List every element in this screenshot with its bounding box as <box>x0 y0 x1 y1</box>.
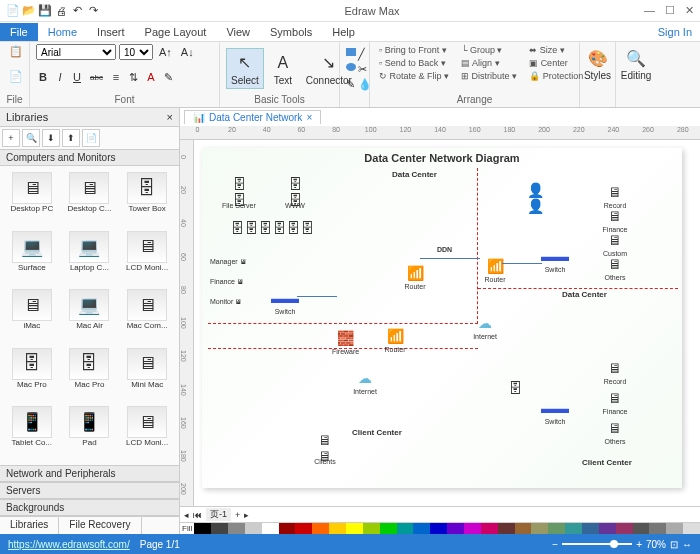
color-swatch[interactable] <box>683 523 700 534</box>
zoom-in-icon[interactable]: + <box>636 539 642 550</box>
qat-save-icon[interactable]: 💾 <box>38 4 52 18</box>
category-backgrounds[interactable]: Backgrounds <box>0 499 179 516</box>
color-swatch[interactable] <box>430 523 447 534</box>
grow-font-icon[interactable]: A↑ <box>156 45 175 59</box>
font-color-icon[interactable]: A <box>144 70 158 84</box>
color-swatch[interactable] <box>649 523 666 534</box>
color-swatch[interactable] <box>211 523 228 534</box>
lib-search-icon[interactable]: 🔍 <box>22 129 40 147</box>
tab-symbols[interactable]: Symbols <box>260 23 322 41</box>
diagram-page[interactable]: Data Center Network Diagram Data Center … <box>202 148 682 488</box>
shape-item[interactable]: 💻Laptop C... <box>62 229 118 286</box>
center-button[interactable]: ▣ Center <box>526 57 586 69</box>
node-rack2[interactable]: 🖥Record <box>602 182 628 209</box>
node-router3[interactable]: 📶Router <box>482 256 508 283</box>
color-swatch[interactable] <box>616 523 633 534</box>
node-fireware[interactable]: 🧱Fireware <box>332 328 359 355</box>
shape-item[interactable]: 📱Tablet Co... <box>4 404 60 461</box>
color-swatch[interactable] <box>666 523 683 534</box>
page-first-icon[interactable]: ⏮ <box>193 510 202 520</box>
canvas[interactable]: Data Center Network Diagram Data Center … <box>194 140 700 506</box>
node-fileserver[interactable]: 🗄🗄File Server <box>222 182 256 209</box>
color-swatch[interactable] <box>531 523 548 534</box>
shape-item[interactable]: 🖥Mac Com... <box>119 287 175 344</box>
node-clients1[interactable]: 🖥🖥Clients <box>312 438 338 465</box>
color-swatch[interactable] <box>329 523 346 534</box>
styles-button[interactable]: 🎨Styles <box>586 44 609 83</box>
color-swatch[interactable] <box>245 523 262 534</box>
shape-item[interactable]: 🖥iMac <box>4 287 60 344</box>
tab-help[interactable]: Help <box>322 23 365 41</box>
paste-icon[interactable]: 📋 <box>6 44 23 59</box>
lib-add-icon[interactable]: + <box>2 129 20 147</box>
bring-front-button[interactable]: ▫ Bring to Front ▾ <box>376 44 452 56</box>
shape-ellipse-icon[interactable] <box>346 63 356 71</box>
distribute-button[interactable]: ⊞ Distribute ▾ <box>458 70 520 82</box>
line-spacing-icon[interactable]: ⇅ <box>126 70 141 85</box>
doc-tab-close-icon[interactable]: × <box>306 112 312 123</box>
node-monitor[interactable]: Monitor 🖥 <box>210 298 242 305</box>
color-swatch[interactable] <box>548 523 565 534</box>
page-prev-icon[interactable]: ◂ <box>184 510 189 520</box>
italic-button[interactable]: I <box>53 70 67 84</box>
highlight-icon[interactable]: ✎ <box>161 70 176 85</box>
node-switch2[interactable]: ▬▬Switch <box>542 246 568 273</box>
bullets-icon[interactable]: ≡ <box>109 70 123 84</box>
strike-button[interactable]: abc <box>87 72 106 83</box>
qat-print-icon[interactable]: 🖨 <box>54 4 68 18</box>
color-swatch[interactable] <box>363 523 380 534</box>
tab-home[interactable]: Home <box>38 23 87 41</box>
node-router1[interactable]: 📶Router <box>402 263 428 290</box>
color-swatch[interactable] <box>279 523 296 534</box>
color-swatch[interactable] <box>515 523 532 534</box>
node-server3[interactable]: 🗄 <box>502 378 528 398</box>
size-button[interactable]: ⬌ Size ▾ <box>526 44 586 56</box>
font-family-select[interactable]: Arial <box>36 44 116 60</box>
shape-pencil-icon[interactable]: ✎ <box>346 78 356 91</box>
lib-new-icon[interactable]: 📄 <box>82 129 100 147</box>
node-www[interactable]: 🗄🗄WWW <box>282 182 308 209</box>
zoom-slider[interactable] <box>562 543 632 545</box>
color-swatch[interactable] <box>312 523 329 534</box>
footer-url[interactable]: https://www.edrawsoft.com/ <box>8 539 130 550</box>
category-network[interactable]: Network and Peripherals <box>0 465 179 482</box>
libraries-close-icon[interactable]: × <box>167 111 173 123</box>
node-switch3[interactable]: ▬▬Switch <box>542 398 568 425</box>
color-swatch[interactable] <box>346 523 363 534</box>
shape-item[interactable]: 🖥Desktop C... <box>62 170 118 227</box>
color-swatch[interactable] <box>582 523 599 534</box>
zoom-out-icon[interactable]: − <box>552 539 558 550</box>
editing-button[interactable]: 🔍Editing <box>622 44 650 83</box>
color-swatch[interactable] <box>397 523 414 534</box>
underline-button[interactable]: U <box>70 70 84 84</box>
color-swatch[interactable] <box>447 523 464 534</box>
page-next-icon[interactable]: ▸ <box>244 510 249 520</box>
qat-new-icon[interactable]: 📄 <box>6 4 20 18</box>
copy-icon[interactable]: 📄 <box>6 69 23 84</box>
shape-item[interactable]: 🗄Mac Pro <box>62 346 118 403</box>
category-computers[interactable]: Computers and Monitors <box>0 149 179 166</box>
close-icon[interactable]: ✕ <box>685 4 694 17</box>
minimize-icon[interactable]: — <box>644 4 655 17</box>
page-tab[interactable]: 页-1 <box>206 508 231 521</box>
lib-import-icon[interactable]: ⬇ <box>42 129 60 147</box>
color-swatch[interactable] <box>599 523 616 534</box>
shape-item[interactable]: 🖥Desktop PC <box>4 170 60 227</box>
color-swatch[interactable] <box>194 523 211 534</box>
color-swatch[interactable] <box>295 523 312 534</box>
tab-page-layout[interactable]: Page Layout <box>135 23 217 41</box>
node-manager[interactable]: Manager 🖥 <box>210 258 247 265</box>
node-rack5[interactable]: 🖥Others <box>602 254 628 281</box>
node-r2[interactable]: 🖥Record <box>602 358 628 385</box>
shape-item[interactable]: 💻Surface <box>4 229 60 286</box>
shape-rect-icon[interactable] <box>346 48 356 56</box>
category-servers[interactable]: Servers <box>0 482 179 499</box>
shape-item[interactable]: 🗄Mac Pro <box>4 346 60 403</box>
color-swatch[interactable] <box>481 523 498 534</box>
bottom-tab-libraries[interactable]: Libraries <box>0 517 59 534</box>
color-swatch[interactable] <box>498 523 515 534</box>
node-o2[interactable]: 🖥Others <box>602 418 628 445</box>
shape-item[interactable]: 🗄Tower Box <box>119 170 175 227</box>
color-swatch[interactable] <box>413 523 430 534</box>
maximize-icon[interactable]: ☐ <box>665 4 675 17</box>
